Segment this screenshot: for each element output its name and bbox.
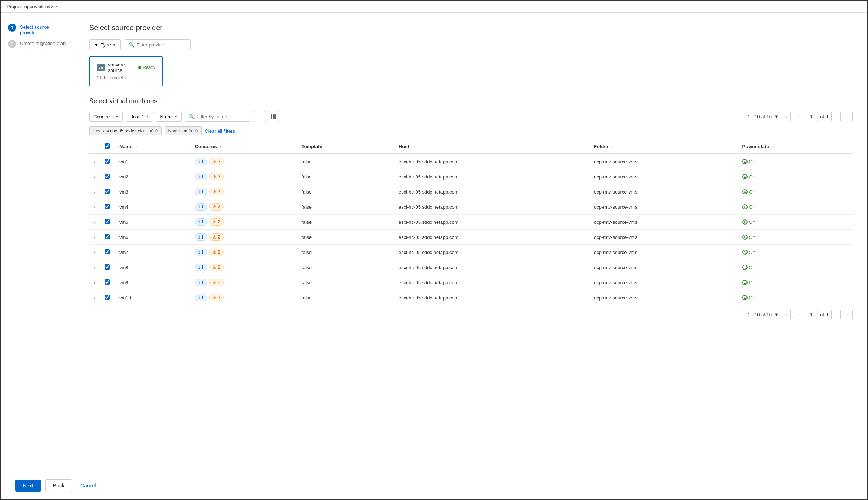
name-tag-remove[interactable]: ✕ (189, 128, 193, 134)
project-dropdown-arrow: ▼ (55, 4, 59, 8)
row-expand-arrow[interactable]: › (94, 295, 95, 301)
host-value: 1 (141, 114, 144, 119)
row-name-5: vm6 (115, 230, 190, 245)
warn-badge-8[interactable]: ⚠ 2 (209, 279, 224, 286)
page-input-bottom[interactable] (805, 310, 818, 319)
th-name-sort[interactable]: ↑ (135, 145, 137, 149)
warn-badge-3[interactable]: ⚠ 2 (209, 203, 224, 211)
info-badge-9[interactable]: ℹ 1 (195, 294, 207, 301)
warn-badge-5[interactable]: ⚠ 2 (209, 233, 224, 241)
row-host-0: esxi-hc-05.sddc.netapp.com (394, 154, 589, 169)
clear-all-filters-btn[interactable]: Clear all filters (204, 128, 235, 134)
next-page-btn-top[interactable]: › (831, 112, 841, 121)
row-expand-arrow[interactable]: › (94, 159, 95, 164)
next-page-btn-bottom[interactable]: › (831, 310, 841, 319)
row-expand-arrow[interactable]: › (94, 265, 95, 270)
info-badge-2[interactable]: ℹ 1 (195, 188, 207, 195)
provider-search-input[interactable] (137, 42, 187, 48)
first-page-btn-top[interactable]: « (781, 112, 791, 121)
host-filter-btn[interactable]: Host 1 ▼ (126, 112, 153, 122)
name-filter-btn[interactable]: Name ▼ (156, 112, 182, 122)
info-badge-5[interactable]: ℹ 1 (195, 233, 207, 241)
project-selector[interactable]: Project: openshift-mtv ▼ (7, 4, 59, 9)
row-checkbox-1[interactable] (105, 174, 110, 179)
select-all-checkbox[interactable] (105, 143, 110, 149)
warn-badge-2[interactable]: ⚠ 2 (209, 188, 224, 195)
th-power-sort[interactable]: ↕ (772, 145, 774, 149)
info-badge-6[interactable]: ℹ 1 (195, 249, 207, 256)
sidebar-item-step2[interactable]: 2 Create migration plan (8, 40, 67, 48)
row-power-7: ⏻ On (738, 260, 853, 275)
warn-badge-6[interactable]: ⚠ 2 (209, 249, 224, 256)
row-concerns-6: ℹ 1 ⚠ 2 (190, 245, 297, 260)
provider-search[interactable]: 🔍 (125, 39, 191, 50)
row-checkbox-2[interactable] (105, 189, 110, 194)
power-label-7: On (749, 265, 755, 270)
vm-search-input[interactable] (197, 114, 247, 119)
host-tag-circle[interactable]: ⊖ (155, 128, 158, 133)
row-expand-arrow[interactable]: › (94, 174, 95, 180)
last-page-btn-top[interactable]: » (843, 112, 853, 121)
row-folder-9: ocp-mtv-source-vms (589, 290, 738, 305)
row-checkbox-8[interactable] (105, 279, 110, 285)
warn-badge-4[interactable]: ⚠ 2 (209, 218, 224, 226)
source-provider-title: Select source provider (89, 24, 853, 32)
info-badge-7[interactable]: ℹ 1 (195, 264, 207, 271)
concerns-label: Concerns (93, 114, 114, 119)
info-badge-4[interactable]: ℹ 1 (195, 218, 207, 226)
name-tag-circle[interactable]: ⊖ (195, 128, 198, 133)
row-checkbox-3[interactable] (105, 204, 110, 209)
last-page-btn-bottom[interactable]: » (843, 310, 853, 319)
row-checkbox-4[interactable] (105, 219, 110, 224)
row-expand-arrow[interactable]: › (94, 235, 95, 240)
row-expand-arrow[interactable]: › (94, 205, 95, 210)
row-checkbox-0[interactable] (105, 159, 110, 164)
info-badge-3[interactable]: ℹ 1 (195, 203, 207, 211)
th-host-sort[interactable]: ↕ (412, 145, 414, 149)
th-template-sort[interactable]: ↕ (325, 145, 327, 149)
project-label: Project: openshift-mtv (7, 4, 53, 9)
vm-search-wrap[interactable]: 🔍 (185, 112, 251, 122)
row-template-4: false (297, 215, 394, 230)
row-expand-arrow[interactable]: › (94, 190, 95, 195)
row-expand-arrow[interactable]: › (94, 220, 95, 225)
source-provider-section: Select source provider ▼ Type ▼ 🔍 vm (89, 24, 853, 86)
info-badge-0[interactable]: ℹ 1 (195, 158, 207, 165)
search-arrow-btn[interactable]: → (254, 111, 265, 122)
concerns-filter-btn[interactable]: Concerns ▼ (89, 112, 123, 122)
provider-card[interactable]: vm vmware-source Ready Click to unselect (89, 56, 163, 86)
row-template-2: false (297, 184, 394, 199)
row-checkbox-7[interactable] (105, 264, 110, 270)
type-filter-btn[interactable]: ▼ Type ▼ (89, 39, 121, 50)
next-button[interactable]: Next (15, 480, 41, 492)
table-row: › vm8 ℹ 1 ⚠ 2 false esxi-hc-05.sddc.neta… (89, 260, 853, 275)
prev-page-btn-top[interactable]: ‹ (793, 112, 802, 121)
warn-badge-1[interactable]: ⚠ 2 (209, 173, 224, 180)
columns-toggle-btn[interactable] (268, 111, 279, 122)
row-checkbox-9[interactable] (105, 295, 110, 300)
page-input-top[interactable] (805, 112, 818, 121)
warn-badge-7[interactable]: ⚠ 2 (209, 264, 224, 271)
warn-badge-0[interactable]: ⚠ 2 (209, 158, 224, 165)
first-page-btn-bottom[interactable]: « (781, 310, 791, 319)
row-host-9: esxi-hc-05.sddc.netapp.com (394, 290, 589, 305)
cancel-button[interactable]: Cancel (77, 480, 100, 492)
info-badge-1[interactable]: ℹ 1 (195, 173, 207, 180)
th-concerns-sort[interactable]: ↕ (220, 145, 221, 149)
sidebar-item-step1[interactable]: 1 Select source provider (8, 24, 67, 35)
row-template-5: false (297, 230, 394, 245)
row-expand-arrow[interactable]: › (94, 250, 95, 255)
th-folder-sort[interactable]: ↕ (611, 145, 613, 149)
row-host-7: esxi-hc-05.sddc.netapp.com (394, 260, 589, 275)
row-checkbox-5[interactable] (105, 234, 110, 239)
power-icon-8: ⏻ (742, 280, 748, 285)
power-icon-6: ⏻ (742, 250, 748, 255)
row-checkbox-6[interactable] (105, 249, 110, 254)
info-badge-8[interactable]: ℹ 1 (195, 279, 207, 286)
row-power-4: ⏻ On (738, 215, 853, 230)
warn-badge-9[interactable]: ⚠ 2 (209, 294, 224, 301)
prev-page-btn-bottom[interactable]: ‹ (793, 310, 802, 319)
back-button[interactable]: Back (45, 479, 72, 492)
row-expand-arrow[interactable]: › (94, 280, 95, 285)
host-tag-remove[interactable]: ✕ (149, 128, 153, 134)
